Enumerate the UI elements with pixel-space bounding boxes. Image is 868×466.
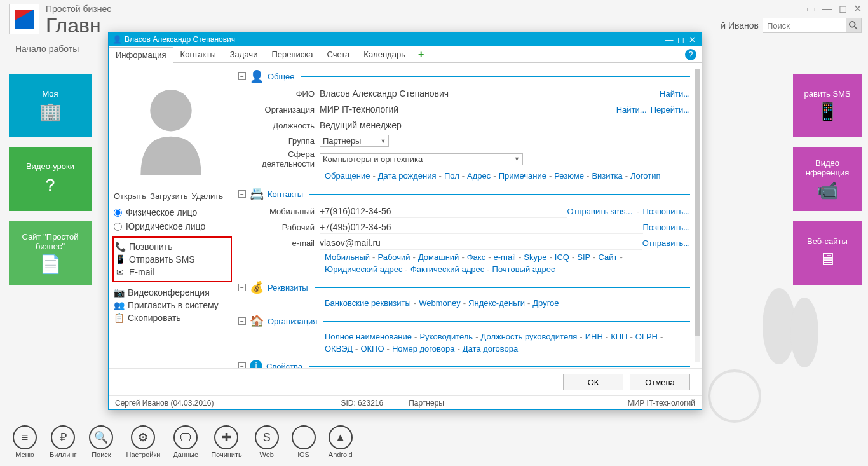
collapse-toggle[interactable]: −: [238, 190, 246, 198]
action-videoconf[interactable]: 📷Видеоконференция: [114, 286, 231, 299]
radio-individual[interactable]: Физическое лицо: [114, 207, 231, 217]
tab-add[interactable]: +: [412, 47, 430, 62]
avatar-upload[interactable]: Загрузить: [150, 191, 187, 201]
ok-button[interactable]: ОК: [563, 374, 623, 390]
action-invite[interactable]: 👥Пригласить в систему: [114, 299, 231, 312]
add-field-link[interactable]: Визитка: [592, 171, 622, 181]
collapse-toggle[interactable]: −: [238, 72, 246, 80]
add-field-link[interactable]: ИНН: [585, 332, 603, 341]
add-field-link[interactable]: Руководитель: [419, 332, 473, 341]
add-field-link[interactable]: Skype: [524, 252, 546, 262]
add-field-link[interactable]: Юридический адрес: [325, 264, 403, 274]
scrollbar-thumb[interactable]: [695, 69, 700, 336]
tile-videoconf[interactable]: Видео нференция📹: [793, 147, 862, 211]
find-link[interactable]: Найти...: [660, 89, 690, 99]
action-copy[interactable]: 📋Скопировать: [114, 312, 231, 324]
add-field-link[interactable]: SIP: [577, 252, 590, 262]
add-field-link[interactable]: e-mail: [494, 252, 516, 262]
tab-calendar[interactable]: Календарь: [356, 46, 412, 62]
dialog-minimize[interactable]: —: [663, 35, 675, 45]
add-field-link[interactable]: ОГРН: [635, 332, 658, 341]
add-field-link[interactable]: КПП: [611, 332, 627, 341]
add-field-link[interactable]: Резюме: [554, 171, 584, 181]
call-link[interactable]: Позвонить...: [643, 223, 690, 232]
add-field-link[interactable]: Примечание: [499, 171, 546, 181]
field-org[interactable]: МИР IT-технологий: [320, 103, 616, 116]
add-field-link[interactable]: Webmoney: [419, 298, 461, 308]
add-field-link[interactable]: ОКПО: [360, 344, 384, 353]
bb-android[interactable]: ▲Android: [329, 425, 353, 458]
dialog-titlebar[interactable]: 👤 Власов Александр Степанович — ◻ ✕: [109, 32, 702, 46]
search-button[interactable]: [846, 18, 861, 32]
sphere-select[interactable]: Компьютеры и оргтехника▼: [320, 153, 523, 165]
action-sms[interactable]: 📱Отправить SMS: [115, 253, 229, 266]
search-input[interactable]: [763, 20, 846, 32]
add-field-link[interactable]: Другое: [532, 298, 559, 308]
add-field-link[interactable]: Фактический адрес: [410, 264, 484, 274]
bb-settings[interactable]: ⚙Настройки: [126, 425, 160, 458]
bb-ios[interactable]: iOS: [292, 425, 316, 458]
add-field-link[interactable]: Логотип: [630, 171, 660, 181]
add-field-link[interactable]: Факс: [467, 252, 485, 262]
field-work-phone[interactable]: +7(495)012-34-56: [320, 221, 643, 234]
tile-video-lessons[interactable]: Видео-уроки？: [9, 147, 92, 211]
add-field-link[interactable]: Мобильный: [325, 252, 370, 262]
collapse-toggle[interactable]: −: [238, 284, 246, 291]
field-mobile[interactable]: +7(916)012-34-56: [320, 205, 567, 218]
tab-contacts[interactable]: Контакты: [173, 46, 223, 62]
add-field-link[interactable]: ICQ: [555, 252, 569, 262]
search-box[interactable]: [763, 18, 862, 33]
current-user[interactable]: й Иванов: [721, 20, 759, 31]
avatar-open[interactable]: Открыть: [114, 191, 146, 201]
tab-invoices[interactable]: Счета: [320, 46, 356, 62]
find-link[interactable]: Найти...: [616, 105, 647, 114]
maximize-icon[interactable]: ◻: [839, 3, 847, 15]
collapse-toggle[interactable]: −: [238, 317, 246, 325]
bb-billing[interactable]: ₽Биллинг: [50, 425, 76, 458]
field-position[interactable]: Ведущий менеджер: [320, 119, 690, 132]
add-field-link[interactable]: Сайт: [599, 252, 618, 262]
add-field-link[interactable]: Почтовый адрес: [492, 264, 555, 274]
minimize-icon[interactable]: —: [822, 3, 832, 15]
cancel-button[interactable]: Отмена: [630, 374, 690, 390]
field-fio[interactable]: Власов Александр Степанович: [320, 87, 660, 100]
tile-my[interactable]: Моя🏢: [9, 74, 92, 137]
add-field-link[interactable]: Пол: [444, 171, 459, 181]
add-field-link[interactable]: Домашний: [418, 252, 459, 262]
tile-site[interactable]: Сайт "Простой бизнес"📄: [9, 221, 92, 285]
field-email[interactable]: vlasov@mail.ru: [320, 236, 642, 250]
add-field-link[interactable]: Банковские реквизиты: [325, 298, 411, 308]
add-field-link[interactable]: Адрес: [467, 171, 491, 181]
radio-legal[interactable]: Юридическое лицо: [114, 221, 231, 231]
send-link[interactable]: Отправить...: [642, 238, 690, 248]
tab-tasks[interactable]: Задачи: [223, 46, 265, 62]
bb-search[interactable]: 🔍Поиск: [89, 425, 113, 458]
bb-web[interactable]: SWeb: [255, 425, 279, 458]
add-field-link[interactable]: Полное наименование: [325, 332, 412, 341]
bb-data[interactable]: 🖵Данные: [173, 425, 198, 458]
bb-repair[interactable]: ✚Починить: [211, 425, 242, 458]
call-link[interactable]: Позвонить...: [643, 207, 690, 216]
tab-correspondence[interactable]: Переписка: [264, 46, 320, 62]
close-icon[interactable]: ✕: [853, 3, 862, 15]
add-field-link[interactable]: Номер договора: [392, 344, 455, 353]
tab-information[interactable]: Информация: [109, 47, 173, 63]
add-field-link[interactable]: Дата рождения: [378, 171, 437, 181]
add-field-link[interactable]: Должность руководителя: [481, 332, 578, 341]
bb-menu[interactable]: ≡Меню: [13, 425, 37, 458]
dialog-maximize[interactable]: ◻: [675, 35, 686, 45]
send-sms-link[interactable]: Отправить sms...: [567, 207, 633, 216]
add-field-link[interactable]: Обращение: [325, 171, 370, 181]
collapse-toggle[interactable]: −: [238, 362, 246, 368]
add-field-link[interactable]: Яндекс-деньги: [468, 298, 525, 308]
add-field-link[interactable]: Дата договора: [463, 344, 518, 353]
tile-send-sms[interactable]: равить SMS📱: [793, 74, 862, 137]
avatar-delete[interactable]: Удалить: [191, 191, 223, 201]
group-select[interactable]: Партнеры▼: [320, 135, 389, 147]
help-button[interactable]: ?: [685, 49, 696, 60]
dialog-close[interactable]: ✕: [686, 35, 698, 45]
tile-websites[interactable]: Веб-сайты🖥: [793, 221, 862, 285]
goto-link[interactable]: Перейти...: [651, 105, 690, 114]
action-email[interactable]: ✉E-mail: [115, 266, 229, 278]
action-call[interactable]: 📞Позвонить: [115, 240, 229, 253]
